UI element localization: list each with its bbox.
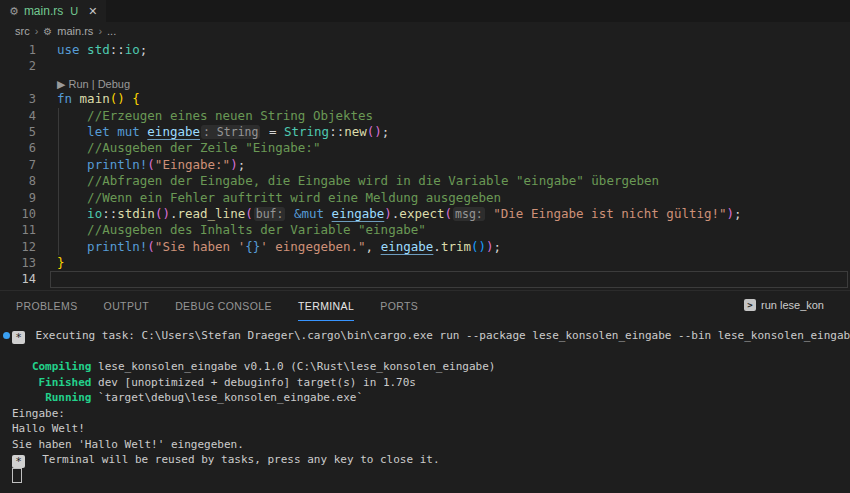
token-type: std — [87, 42, 110, 57]
code-line[interactable]: 3fn main() { — [0, 91, 850, 107]
token-text — [286, 206, 294, 221]
code-line[interactable]: 12 println!("Sie haben '{}' eingegeben."… — [0, 239, 850, 255]
code-text: println!("Sie haben '{}' eingegeben.", e… — [57, 239, 501, 255]
code-line[interactable]: 6 //Ausgeben der Zeile "Eingabe:" — [0, 140, 850, 156]
token-function: read_line — [177, 206, 245, 221]
inlay-hint: buf: — [254, 207, 286, 221]
token-text — [57, 108, 87, 123]
token-comment: //Ausgeben der Zeile "Eingabe:" — [87, 140, 320, 155]
rust-gear-icon: ⚙ — [43, 26, 52, 37]
vscode-window: { "colors": { "accent_blue": "#3794ff", … — [0, 0, 850, 493]
token-string: "Eingabe:" — [155, 157, 230, 172]
code-text: //Wenn ein Fehler auftritt wird eine Mel… — [57, 190, 501, 206]
breadcrumb-segment[interactable]: src — [15, 25, 30, 37]
token-text: :: — [110, 42, 125, 57]
terminal-line: Hallo Welt! — [12, 421, 850, 437]
code-line[interactable]: 14 — [0, 271, 850, 287]
line-number: 13 — [0, 255, 36, 271]
code-line[interactable]: 11 //Ausgeben des Inhalts der Variable "… — [0, 222, 850, 238]
code-line[interactable]: 1use std::io; — [0, 42, 850, 58]
token-text — [57, 173, 87, 188]
token-variable: eingabe — [381, 239, 434, 254]
token-variable: eingabe — [332, 206, 385, 221]
code-line[interactable]: 5 let mut eingabe: String = String::new(… — [0, 124, 850, 140]
code-line[interactable]: 10 io::stdin().read_line(buf: &mut einga… — [0, 206, 850, 222]
code-text: } — [57, 255, 65, 271]
panel-tab-ports[interactable]: PORTS — [380, 300, 418, 321]
breadcrumb-separator: › — [35, 25, 39, 37]
codelens-run-debug[interactable]: ▶ Run | Debug — [57, 76, 130, 92]
token-format-specifier: {} — [245, 239, 260, 254]
code-line[interactable]: 4 //Erzeugen eines neuen String Objektes — [0, 108, 850, 124]
code-line[interactable]: 7 println!("Eingabe:"); — [0, 157, 850, 173]
code-text: //Ausgeben des Inhalts der Variable "ein… — [57, 222, 426, 238]
token-type: String — [284, 124, 329, 139]
token-text: ; — [734, 206, 742, 221]
terminal-text: dev [unoptimized + debuginfo] target(s) … — [91, 376, 416, 389]
token-text — [57, 140, 87, 155]
terminal-text-green: Finished — [39, 376, 92, 389]
code-text: let mut eingabe: String = String::new(); — [57, 124, 389, 140]
token-function: trim — [441, 239, 471, 254]
line-number: 3 — [0, 91, 36, 107]
token-variable: eingabe — [147, 124, 200, 139]
task-badge-icon: * — [12, 331, 25, 344]
token-text — [80, 42, 88, 57]
rust-gear-icon: ⚙ — [9, 6, 19, 17]
token-function: new — [344, 124, 367, 139]
terminal-text: Executing task: C:\Users\Stefan Draeger\… — [29, 329, 850, 342]
panel-tab-terminal[interactable]: TERMINAL — [298, 300, 354, 321]
breadcrumb-segment[interactable]: ... — [107, 25, 116, 37]
terminal-line: Eingabe: — [12, 406, 850, 422]
git-status-badge: U — [70, 5, 78, 17]
tab-main-rs[interactable]: ⚙ main.rs U ✕ — [0, 0, 106, 22]
terminal-line: Finished dev [unoptimized + debuginfo] t… — [12, 375, 850, 391]
terminal-output[interactable]: * Executing task: C:\Users\Stefan Draege… — [0, 321, 850, 483]
panel-tab-problems[interactable]: PROBLEMS — [16, 300, 78, 321]
token-function: stdin — [117, 206, 155, 221]
terminal-cursor — [12, 468, 22, 483]
token-string: "Sie haben ' — [155, 239, 245, 254]
token-keyword: println! — [87, 157, 147, 172]
line-number: 7 — [0, 157, 36, 173]
terminal-text-green: Running — [45, 391, 91, 404]
tab-label: main.rs — [24, 4, 63, 18]
codelens-row[interactable]: ▶ Run | Debug — [0, 75, 850, 91]
code-line[interactable]: 13} — [0, 255, 850, 271]
line-number: 1 — [0, 42, 36, 58]
token-bracket: { — [132, 91, 140, 106]
breadcrumb: src›⚙main.rs›... — [0, 22, 850, 40]
activity-dot-icon — [3, 332, 10, 339]
line-number: 6 — [0, 140, 36, 156]
line-number: 4 — [0, 108, 36, 124]
breadcrumb-segment[interactable]: main.rs — [57, 25, 93, 37]
token-keyword: let — [87, 124, 110, 139]
token-keyword: fn — [57, 91, 72, 106]
panel-tab-output[interactable]: OUTPUT — [104, 300, 150, 321]
token-text: , — [366, 239, 381, 254]
code-line[interactable]: 8 //Abfragen der Eingabe, die Eingabe wi… — [0, 173, 850, 189]
inlay-hint: : String — [201, 125, 260, 139]
panel-tab-debug-console[interactable]: DEBUG CONSOLE — [175, 300, 272, 321]
token-keyword: &mut — [294, 206, 324, 221]
terminal-task-item[interactable]: > run lese_kon — [744, 299, 824, 311]
terminal-line — [12, 344, 850, 360]
token-text: . — [433, 239, 441, 254]
code-editor[interactable]: 1use std::io;2▶ Run | Debug3fn main() {4… — [0, 40, 850, 290]
code-text: use std::io; — [57, 42, 147, 58]
token-function: expect — [399, 206, 444, 221]
terminal-run-icon: > — [744, 299, 756, 311]
close-icon[interactable]: ✕ — [88, 5, 97, 18]
token-type: io — [87, 206, 102, 221]
token-bracket: ( — [147, 157, 155, 172]
terminal-text: Eingabe: — [12, 407, 65, 420]
terminal-line: * Terminal will be reused by tasks, pres… — [12, 452, 850, 468]
editor-tab-bar: ⚙ main.rs U ✕ — [0, 0, 850, 22]
code-line[interactable]: 2 — [0, 58, 850, 74]
token-bracket: ) — [727, 206, 735, 221]
task-badge-icon: * — [12, 455, 25, 468]
token-comment: //Ausgeben des Inhalts der Variable "ein… — [87, 222, 426, 237]
token-comment: //Abfragen der Eingabe, die Eingabe wird… — [87, 173, 659, 188]
code-line[interactable]: 9 //Wenn ein Fehler auftritt wird eine M… — [0, 190, 850, 206]
terminal-line: Compiling lese_konsolen_eingabe v0.1.0 (… — [12, 359, 850, 375]
